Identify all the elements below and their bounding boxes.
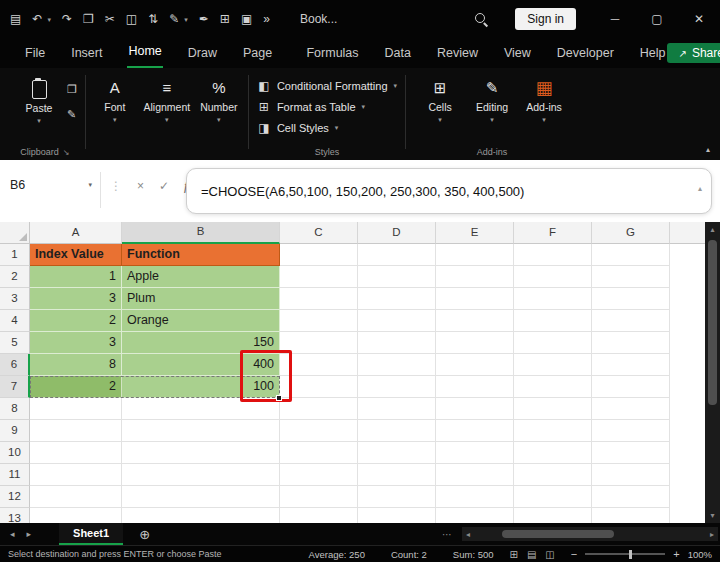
- cell-D4[interactable]: [358, 310, 436, 332]
- menu-tab-page-layout[interactable]: Page Layout: [242, 38, 282, 68]
- cell-G4[interactable]: [592, 310, 670, 332]
- cell-C9[interactable]: [280, 420, 358, 442]
- search-icon[interactable]: [474, 12, 489, 27]
- format-as-table-button[interactable]: ⊞Format as Table▾: [257, 100, 397, 114]
- cell-E13[interactable]: [436, 508, 514, 523]
- cell-B2[interactable]: Apple: [122, 266, 280, 288]
- vertical-scrollbar[interactable]: ▴ ▾: [705, 222, 720, 523]
- col-header-F[interactable]: F: [514, 222, 592, 244]
- scroll-right-icon[interactable]: ▸: [706, 530, 718, 539]
- cell-A3[interactable]: 3: [30, 288, 122, 310]
- cell-F8[interactable]: [514, 398, 592, 420]
- scroll-up-icon[interactable]: ▴: [705, 225, 720, 234]
- chart-icon[interactable]: ◫: [126, 13, 137, 25]
- page-break-view-icon[interactable]: ◫: [545, 549, 554, 560]
- scroll-left-icon[interactable]: ◂: [462, 530, 474, 539]
- cell-C12[interactable]: [280, 486, 358, 508]
- cell-A8[interactable]: [30, 398, 122, 420]
- cell-B6[interactable]: 400: [122, 354, 280, 376]
- col-header-C[interactable]: C: [280, 222, 358, 244]
- editing-button[interactable]: ✎Editing▾: [466, 73, 518, 124]
- cell-A2[interactable]: 1: [30, 266, 122, 288]
- cell-E9[interactable]: [436, 420, 514, 442]
- copy-icon[interactable]: ❐: [67, 83, 77, 96]
- cell-B1[interactable]: Function: [122, 244, 280, 266]
- menu-tab-help[interactable]: Help: [639, 38, 667, 68]
- cell-E10[interactable]: [436, 442, 514, 464]
- cell-F13[interactable]: [514, 508, 592, 523]
- cell-D3[interactable]: [358, 288, 436, 310]
- share-button[interactable]: ↗ Share: [667, 43, 720, 63]
- row-header-11[interactable]: 11: [0, 464, 30, 486]
- cell-B4[interactable]: Orange: [122, 310, 280, 332]
- row-header-3[interactable]: 3: [0, 288, 30, 310]
- paste-button[interactable]: Paste ▾: [13, 73, 65, 125]
- format-painter-icon[interactable]: ✎: [67, 108, 77, 121]
- cell-A13[interactable]: [30, 508, 122, 523]
- zoom-in-button[interactable]: +: [673, 548, 679, 560]
- cell-A12[interactable]: [30, 486, 122, 508]
- alignment-button[interactable]: ≡Alignment▾: [141, 73, 193, 124]
- cell-G7[interactable]: [592, 376, 670, 398]
- col-header-G[interactable]: G: [592, 222, 670, 244]
- cell-B9[interactable]: [122, 420, 280, 442]
- cancel-icon[interactable]: ×: [137, 179, 144, 193]
- cell-D8[interactable]: [358, 398, 436, 420]
- redo-icon[interactable]: ↷: [62, 13, 72, 25]
- camera-icon[interactable]: ▣: [241, 13, 252, 25]
- cell-E6[interactable]: [436, 354, 514, 376]
- cell-E7[interactable]: [436, 376, 514, 398]
- cell-D12[interactable]: [358, 486, 436, 508]
- cell-G12[interactable]: [592, 486, 670, 508]
- cell-E11[interactable]: [436, 464, 514, 486]
- cell-B13[interactable]: [122, 508, 280, 523]
- row-header-9[interactable]: 9: [0, 420, 30, 442]
- table-icon[interactable]: ⊞: [220, 13, 230, 25]
- cell-B7[interactable]: 100: [122, 376, 280, 398]
- vertical-scroll-thumb[interactable]: [708, 240, 717, 405]
- copy-icon[interactable]: ❐: [83, 13, 94, 25]
- sort-icon[interactable]: ⇅: [148, 13, 158, 25]
- row-header-2[interactable]: 2: [0, 266, 30, 288]
- add-sheet-button[interactable]: ⊕: [139, 528, 150, 541]
- cell-E2[interactable]: [436, 266, 514, 288]
- cell-D13[interactable]: [358, 508, 436, 523]
- cell-B12[interactable]: [122, 486, 280, 508]
- row-header-10[interactable]: 10: [0, 442, 30, 464]
- row-header-6[interactable]: 6: [0, 354, 30, 376]
- cell-C10[interactable]: [280, 442, 358, 464]
- row-header-8[interactable]: 8: [0, 398, 30, 420]
- horizontal-scrollbar[interactable]: ◂ ▸: [462, 527, 718, 541]
- cell-G6[interactable]: [592, 354, 670, 376]
- cell-F3[interactable]: [514, 288, 592, 310]
- chevron-down-icon[interactable]: ▾: [184, 16, 188, 23]
- minimize-button[interactable]: ─: [594, 0, 636, 38]
- cell-A1[interactable]: Index Value: [30, 244, 122, 266]
- cell-E5[interactable]: [436, 332, 514, 354]
- cell-A10[interactable]: [30, 442, 122, 464]
- sheet-nav-left-icon[interactable]: ◂: [10, 529, 15, 539]
- formula-input[interactable]: =CHOOSE(A6,50,100, 150,200, 250,300, 350…: [186, 168, 712, 214]
- cell-F7[interactable]: [514, 376, 592, 398]
- row-header-4[interactable]: 4: [0, 310, 30, 332]
- cell-G8[interactable]: [592, 398, 670, 420]
- menu-tab-insert[interactable]: Insert: [70, 38, 103, 68]
- menu-tab-file[interactable]: File: [24, 38, 46, 68]
- horizontal-scroll-thumb[interactable]: [502, 530, 614, 538]
- cell-C8[interactable]: [280, 398, 358, 420]
- col-header-E[interactable]: E: [436, 222, 514, 244]
- cell-E4[interactable]: [436, 310, 514, 332]
- cell-A5[interactable]: 3: [30, 332, 122, 354]
- cell-G9[interactable]: [592, 420, 670, 442]
- zoom-slider-thumb[interactable]: [629, 550, 632, 559]
- col-header-B[interactable]: B: [122, 222, 280, 244]
- cell-E8[interactable]: [436, 398, 514, 420]
- cell-F6[interactable]: [514, 354, 592, 376]
- menu-tab-data[interactable]: Data: [384, 38, 412, 68]
- cell-E1[interactable]: [436, 244, 514, 266]
- save-icon[interactable]: ▤: [10, 13, 21, 25]
- enter-icon[interactable]: ✓: [159, 179, 169, 193]
- dialog-launcher-icon[interactable]: ↘: [63, 148, 70, 157]
- cell-G3[interactable]: [592, 288, 670, 310]
- cell-C11[interactable]: [280, 464, 358, 486]
